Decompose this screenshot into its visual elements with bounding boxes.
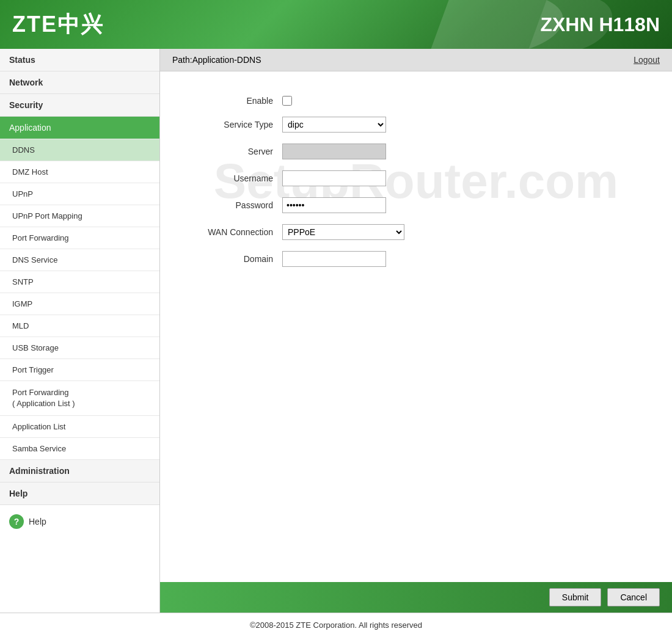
username-row: Username <box>184 170 648 186</box>
server-row: Server <box>184 144 648 159</box>
copyright-text: ©2008-2015 ZTE Corporation. All rights r… <box>250 621 422 630</box>
wan-connection-row: WAN Connection PPPoE DHCP Static <box>184 224 648 240</box>
enable-checkbox[interactable] <box>282 96 292 106</box>
sidebar-item-samba-service[interactable]: Samba Service <box>0 438 159 460</box>
cancel-button[interactable]: Cancel <box>607 588 660 606</box>
help-icon: ? <box>9 514 24 529</box>
sidebar-item-administration[interactable]: Administration <box>0 460 159 482</box>
password-label: Password <box>184 200 282 210</box>
sidebar-item-security[interactable]: Security <box>0 94 159 117</box>
domain-label: Domain <box>184 254 282 264</box>
sidebar-item-port-forwarding-app-list[interactable]: Port Forwarding( Application List ) <box>0 381 159 416</box>
username-label: Username <box>184 173 282 183</box>
sidebar-item-upnp[interactable]: UPnP <box>0 183 159 205</box>
service-type-row: Service Type dipc dyndns no-ip custom <box>184 117 648 133</box>
sidebar-item-status[interactable]: Status <box>0 49 159 71</box>
service-type-label: Service Type <box>184 120 282 129</box>
enable-row: Enable <box>184 96 648 106</box>
help-label: Help <box>29 517 46 526</box>
sidebar-item-usb-storage[interactable]: USB Storage <box>0 337 159 359</box>
footer: ©2008-2015 ZTE Corporation. All rights r… <box>0 613 672 637</box>
form-area: SetupRouter.com Enable Service Type dipc <box>160 71 672 582</box>
sidebar-item-port-trigger[interactable]: Port Trigger <box>0 359 159 381</box>
logout-link[interactable]: Logout <box>634 55 660 65</box>
logo: ZTE中兴 <box>12 10 104 40</box>
domain-input[interactable] <box>282 251 386 267</box>
sidebar-item-mld[interactable]: MLD <box>0 315 159 337</box>
sidebar-item-application-list[interactable]: Application List <box>0 416 159 438</box>
domain-row: Domain <box>184 251 648 267</box>
submit-button[interactable]: Submit <box>549 588 602 606</box>
logo-text: ZTE中兴 <box>12 10 104 40</box>
sidebar-item-ddns[interactable]: DDNS <box>0 139 159 161</box>
sidebar-item-port-forwarding[interactable]: Port Forwarding <box>0 227 159 249</box>
server-label: Server <box>184 147 282 156</box>
breadcrumb: Path:Application-DDNS <box>172 55 261 65</box>
sidebar-item-sntp[interactable]: SNTP <box>0 271 159 293</box>
password-input[interactable] <box>282 197 386 213</box>
wan-connection-select[interactable]: PPPoE DHCP Static <box>282 224 404 240</box>
device-name: ZXHN H118N <box>540 13 660 36</box>
server-input[interactable] <box>282 144 386 159</box>
sidebar-item-upnp-port-mapping[interactable]: UPnP Port Mapping <box>0 205 159 227</box>
sidebar-item-network[interactable]: Network <box>0 71 159 94</box>
bottom-bar: Submit Cancel <box>160 582 672 613</box>
sidebar-item-help[interactable]: Help <box>0 482 159 505</box>
sidebar-item-application[interactable]: Application <box>0 117 159 139</box>
sidebar-item-dns-service[interactable]: DNS Service <box>0 249 159 271</box>
enable-label: Enable <box>184 96 282 106</box>
service-type-select[interactable]: dipc dyndns no-ip custom <box>282 117 386 133</box>
username-input[interactable] <box>282 170 386 186</box>
sidebar-item-igmp[interactable]: IGMP <box>0 293 159 315</box>
sidebar-item-dmz-host[interactable]: DMZ Host <box>0 161 159 183</box>
password-row: Password <box>184 197 648 213</box>
help-section[interactable]: ? Help <box>0 505 159 538</box>
sidebar: Status Network Security Application DDNS… <box>0 49 160 613</box>
breadcrumb-bar: Path:Application-DDNS Logout <box>160 49 672 71</box>
header: ZTE中兴 ZXHN H118N <box>0 0 672 49</box>
wan-connection-label: WAN Connection <box>184 227 282 237</box>
